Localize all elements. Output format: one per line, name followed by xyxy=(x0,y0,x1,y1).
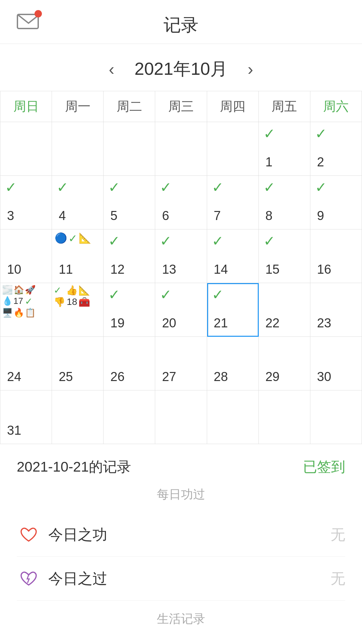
fire-icon: 🔥 xyxy=(13,308,24,318)
check-icon: ✓ xyxy=(212,286,224,303)
weekday-wednesday: 周三 xyxy=(155,91,207,122)
cal-cell-oct18[interactable]: ✓ 👍 📐 👎 18 🧰 xyxy=(52,283,104,337)
cal-cell-oct13[interactable]: ✓ 13 xyxy=(155,229,207,283)
cal-cell-oct29[interactable]: 29 xyxy=(259,337,310,390)
cal-cell-oct8[interactable]: ✓ 8 xyxy=(259,176,310,229)
monitor-icon: 🖥️ xyxy=(2,308,13,318)
check-icon: ✓ xyxy=(160,179,172,196)
check-icon: ✓ xyxy=(263,179,275,196)
daily-fault-label: 今日之过 xyxy=(48,569,330,589)
cal-cell-oct24[interactable]: 24 xyxy=(0,337,52,390)
cal-cell-empty-w6-3[interactable] xyxy=(104,390,155,444)
weekday-tuesday: 周二 xyxy=(104,91,155,122)
check-icon: ✓ xyxy=(263,125,275,142)
cal-cell-empty-1[interactable] xyxy=(0,122,52,176)
calendar-week-2: ✓ 3 ✓ 4 ✓ 5 ✓ 6 ✓ 7 ✓ 8 ✓ 9 xyxy=(0,176,362,229)
heart-broken-icon xyxy=(17,567,40,590)
cal-cell-empty-2[interactable] xyxy=(52,122,104,176)
page-title: 记录 xyxy=(164,13,198,37)
cal-cell-oct11[interactable]: 🔵 ✓ 📐 11 xyxy=(52,229,104,283)
cal-cell-oct20[interactable]: ✓ 20 xyxy=(155,283,207,337)
daily-merit-item[interactable]: 今日之功 无 xyxy=(17,513,345,557)
cal-cell-oct25[interactable]: 25 xyxy=(52,337,104,390)
thumbup-icon: 👍 xyxy=(66,285,78,296)
cal-cell-oct19[interactable]: ✓ 19 xyxy=(104,283,155,337)
check-icon: ✓ xyxy=(57,179,68,196)
app-header: 记录 xyxy=(0,0,362,44)
calendar-grid: 周日 周一 周二 周三 周四 周五 周六 ✓ 1 ✓ 2 ✓ 3 ✓ 4 xyxy=(0,91,362,444)
weekday-saturday: 周六 xyxy=(310,91,362,122)
cal-cell-oct14[interactable]: ✓ 14 xyxy=(207,229,259,283)
cal-cell-empty-w6-7[interactable] xyxy=(310,390,362,444)
daily-merit-value: 无 xyxy=(330,525,345,545)
cal-cell-oct22[interactable]: 22 xyxy=(259,283,310,337)
next-month-button[interactable]: › xyxy=(248,59,253,79)
cal-cell-oct17[interactable]: 🌫️ 🏠 🚀 💧 17 ✓ 🖥️ 🔥 📋 xyxy=(0,283,52,337)
prev-month-button[interactable]: ‹ xyxy=(109,59,115,79)
cal-cell-oct27[interactable]: 27 xyxy=(155,337,207,390)
cal-cell-empty-w6-5[interactable] xyxy=(207,390,259,444)
cal-cell-oct26[interactable]: 26 xyxy=(104,337,155,390)
cal-cell-oct28[interactable]: 28 xyxy=(207,337,259,390)
calendar-week-6: 31 xyxy=(0,390,362,444)
check-icon: ✓ xyxy=(108,233,120,249)
cal-cell-empty-5[interactable] xyxy=(207,122,259,176)
calendar-header-row: 周日 周一 周二 周三 周四 周五 周六 xyxy=(0,91,362,122)
record-section: 2021-10-21的记录 已签到 每日功过 今日之功 无 今日之过 无 生活记… xyxy=(0,444,362,644)
cal-cell-oct21[interactable]: ✓ 21 xyxy=(207,283,259,337)
num17-label: 17 xyxy=(13,296,24,307)
check-icon: ✓ xyxy=(212,233,224,249)
cal-cell-oct15[interactable]: ✓ 15 xyxy=(259,229,310,283)
check-small-icon: ✓ xyxy=(68,232,77,245)
medkit-icon: 🧰 xyxy=(78,297,90,308)
mail-button[interactable] xyxy=(17,12,40,32)
num18-label: 18 xyxy=(66,297,78,308)
arrow18-icon: 📐 xyxy=(78,285,90,296)
check-icon: ✓ xyxy=(108,286,120,303)
cal-cell-oct7[interactable]: ✓ 7 xyxy=(207,176,259,229)
check-icon: ✓ xyxy=(160,286,172,303)
cal-cell-empty-w6-4[interactable] xyxy=(155,390,207,444)
check18a-icon: ✓ xyxy=(54,285,65,296)
cal-cell-oct9[interactable]: ✓ 9 xyxy=(310,176,362,229)
thumbdown-icon: 👎 xyxy=(54,297,65,308)
record-date: 2021-10-21的记录 xyxy=(17,458,131,476)
weekday-friday: 周五 xyxy=(259,91,310,122)
daily-merit-label: 今日之功 xyxy=(48,525,330,545)
cal-cell-empty-w6-2[interactable] xyxy=(52,390,104,444)
calendar-week-3: 10 🔵 ✓ 📐 11 ✓ 12 ✓ 13 ✓ 14 ✓ 15 16 xyxy=(0,229,362,283)
cal-cell-oct31[interactable]: 31 xyxy=(0,390,52,444)
cal-cell-oct6[interactable]: ✓ 6 xyxy=(155,176,207,229)
raindrop-icon: 🔵 xyxy=(55,232,67,245)
day18-icon-grid: ✓ 👍 📐 👎 18 🧰 xyxy=(54,285,90,308)
daily-fault-value: 无 xyxy=(330,569,345,589)
daily-fault-item[interactable]: 今日之过 无 xyxy=(17,557,345,601)
cal-cell-oct23[interactable]: 23 xyxy=(310,283,362,337)
cal-cell-oct1[interactable]: ✓ 1 xyxy=(259,122,310,176)
cal-cell-empty-w6-6[interactable] xyxy=(259,390,310,444)
calendar-month-title: 2021年10月 xyxy=(134,57,228,81)
check-icon: ✓ xyxy=(5,179,17,196)
cal-cell-oct2[interactable]: ✓ 2 xyxy=(310,122,362,176)
cal-cell-empty-4[interactable] xyxy=(155,122,207,176)
cal-cell-oct4[interactable]: ✓ 4 xyxy=(52,176,104,229)
soul-purify-item[interactable]: 心灵净化 无 xyxy=(17,637,345,644)
check-icon: ✓ xyxy=(160,233,172,249)
cal-cell-oct10[interactable]: 10 xyxy=(0,229,52,283)
record-header: 2021-10-21的记录 已签到 xyxy=(17,458,345,476)
list-icon: 📋 xyxy=(25,308,36,318)
cal-cell-oct5[interactable]: ✓ 5 xyxy=(104,176,155,229)
check-icon: ✓ xyxy=(315,179,327,196)
cal-cell-oct30[interactable]: 30 xyxy=(310,337,362,390)
rocket-icon: 🚀 xyxy=(25,285,36,295)
cal-cell-oct12[interactable]: ✓ 12 xyxy=(104,229,155,283)
cal-cell-empty-3[interactable] xyxy=(104,122,155,176)
calendar-nav: ‹ 2021年10月 › xyxy=(0,44,362,91)
tool-icon: 📐 xyxy=(79,232,91,245)
cal-cell-oct16[interactable]: 16 xyxy=(310,229,362,283)
check-icon: ✓ xyxy=(263,233,275,249)
calendar-week-4: 🌫️ 🏠 🚀 💧 17 ✓ 🖥️ 🔥 📋 ✓ 👍 📐 👎 18 🧰 xyxy=(0,283,362,337)
check-icon: ✓ xyxy=(315,125,327,142)
check-icon: ✓ xyxy=(108,179,120,196)
cal-cell-oct3[interactable]: ✓ 3 xyxy=(0,176,52,229)
